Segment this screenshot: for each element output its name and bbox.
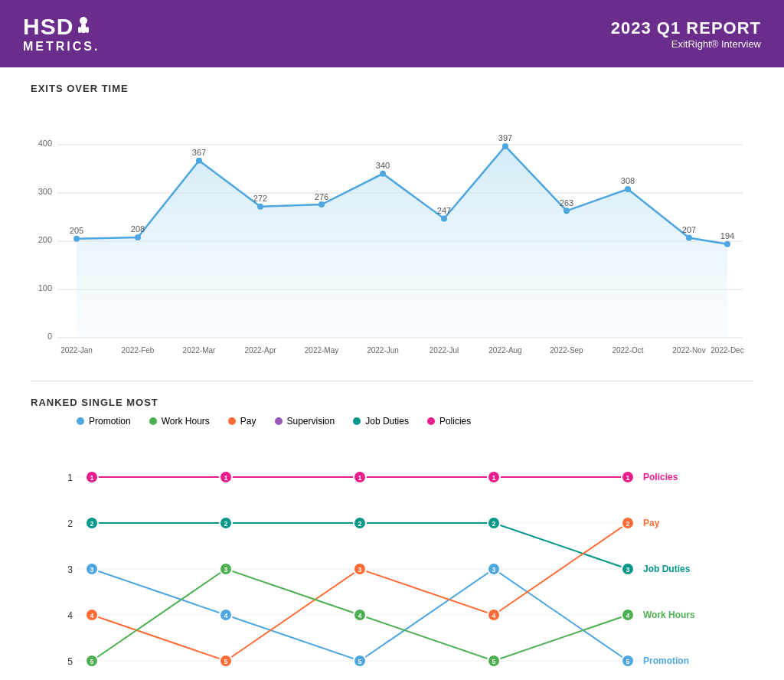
svg-text:5: 5 (224, 658, 227, 665)
main-content: EXITS OVER TIME 0 100 200 300 400 (0, 67, 784, 680)
svg-text:1: 1 (358, 474, 361, 482)
legend-promotion: Promotion (77, 416, 131, 427)
svg-point-0 (80, 17, 87, 25)
header-right: 2023 Q1 REPORT ExitRight® Interview (611, 18, 761, 50)
svg-text:2022-Jun: 2022-Jun (367, 346, 399, 355)
svg-text:308: 308 (621, 176, 635, 185)
exits-chart: 0 100 200 300 400 205 (31, 102, 750, 362)
svg-point-56 (427, 417, 435, 425)
svg-text:200: 200 (38, 235, 52, 244)
svg-text:5: 5 (90, 658, 93, 665)
svg-text:3: 3 (224, 566, 227, 574)
svg-text:205: 205 (70, 226, 83, 235)
svg-text:0: 0 (47, 332, 52, 341)
svg-point-15 (74, 236, 80, 242)
section-divider (31, 381, 753, 381)
svg-text:2022-Feb: 2022-Feb (122, 346, 155, 355)
ranked-legend: Promotion Work Hours Pay Supervision Job… (31, 416, 753, 427)
svg-text:397: 397 (498, 133, 512, 142)
svg-text:2022-Jul: 2022-Jul (430, 346, 459, 355)
exits-chart-container: EXITS OVER TIME 0 100 200 300 400 (31, 83, 753, 365)
svg-point-52 (149, 417, 157, 425)
svg-text:1: 1 (90, 474, 93, 482)
svg-marker-14 (77, 146, 727, 338)
svg-text:Promotion: Promotion (643, 655, 689, 666)
svg-point-17 (135, 234, 141, 240)
logo-icon (75, 15, 92, 36)
svg-point-51 (77, 417, 84, 425)
svg-text:1: 1 (67, 472, 73, 483)
svg-text:100: 100 (38, 283, 52, 293)
exits-chart-title: EXITS OVER TIME (31, 83, 753, 94)
svg-text:5: 5 (67, 656, 73, 667)
header: HSD METRICS. 2023 Q1 REPORT ExitRight® I… (0, 0, 784, 67)
svg-text:194: 194 (720, 231, 734, 240)
svg-text:4: 4 (358, 612, 361, 620)
svg-text:Pay: Pay (643, 518, 660, 528)
svg-text:2022-Jan: 2022-Jan (60, 346, 93, 355)
svg-text:2: 2 (67, 518, 73, 529)
logo-area: HSD METRICS. (23, 14, 100, 54)
logo-line1: HSD (23, 14, 74, 40)
svg-text:3: 3 (492, 566, 495, 574)
legend-policies: Policies (427, 416, 471, 427)
svg-text:2: 2 (224, 520, 227, 528)
legend-jobduties-label: Job Duties (365, 416, 409, 427)
svg-text:340: 340 (376, 161, 390, 170)
svg-point-21 (257, 204, 263, 210)
svg-text:400: 400 (38, 139, 52, 148)
svg-text:2022-May: 2022-May (305, 346, 338, 355)
svg-text:2022-Oct: 2022-Oct (612, 346, 643, 355)
svg-text:4: 4 (67, 610, 73, 621)
svg-text:Job Duties: Job Duties (643, 564, 691, 574)
svg-text:3: 3 (626, 566, 629, 574)
ranked-chart-title: RANKED SINGLE MOST (31, 397, 753, 408)
report-subtitle: ExitRight® Interview (611, 38, 761, 50)
svg-point-27 (441, 215, 447, 221)
svg-point-23 (318, 201, 325, 208)
svg-text:1: 1 (224, 474, 227, 482)
svg-point-35 (686, 235, 692, 241)
logo-line2: METRICS. (23, 40, 100, 54)
svg-text:Policies: Policies (643, 472, 678, 482)
legend-pay: Pay (228, 416, 256, 427)
svg-text:2: 2 (358, 520, 361, 528)
svg-text:300: 300 (38, 187, 52, 196)
svg-text:3: 3 (67, 564, 73, 575)
svg-text:1: 1 (626, 474, 629, 482)
ranked-chart-container: RANKED SINGLE MOST Promotion Work Hours … (31, 397, 753, 680)
legend-workhours-label: Work Hours (162, 416, 210, 427)
svg-text:1: 1 (492, 474, 495, 482)
svg-point-33 (625, 186, 631, 192)
svg-point-53 (228, 417, 236, 425)
legend-workhours: Work Hours (149, 416, 210, 427)
ranked-chart: 1 2 3 4 5 6 1 1 1 1 1 (31, 439, 750, 680)
svg-text:5: 5 (358, 658, 361, 665)
svg-text:276: 276 (315, 192, 328, 201)
svg-rect-2 (78, 27, 81, 33)
svg-text:2022-Sep: 2022-Sep (550, 346, 583, 355)
svg-text:3: 3 (358, 566, 361, 574)
svg-text:2: 2 (90, 520, 93, 528)
svg-text:2022-Nov: 2022-Nov (672, 346, 705, 355)
legend-jobduties: Job Duties (353, 416, 409, 427)
svg-text:367: 367 (192, 148, 206, 157)
svg-point-19 (196, 158, 202, 164)
svg-text:272: 272 (253, 194, 267, 203)
svg-text:Work Hours: Work Hours (643, 610, 695, 620)
svg-text:5: 5 (626, 658, 629, 665)
svg-text:263: 263 (560, 198, 573, 208)
svg-text:247: 247 (437, 206, 451, 215)
svg-text:2022-Apr: 2022-Apr (244, 346, 276, 355)
svg-text:207: 207 (682, 225, 696, 234)
svg-text:2022-Aug: 2022-Aug (488, 346, 521, 355)
legend-promotion-label: Promotion (89, 416, 131, 427)
svg-text:4: 4 (224, 612, 227, 620)
svg-text:5: 5 (492, 658, 495, 665)
svg-text:4: 4 (90, 612, 93, 620)
legend-supervision-label: Supervision (287, 416, 335, 427)
svg-text:2: 2 (492, 520, 495, 528)
svg-point-37 (724, 241, 730, 247)
svg-text:2: 2 (626, 520, 629, 528)
svg-rect-1 (81, 24, 86, 33)
